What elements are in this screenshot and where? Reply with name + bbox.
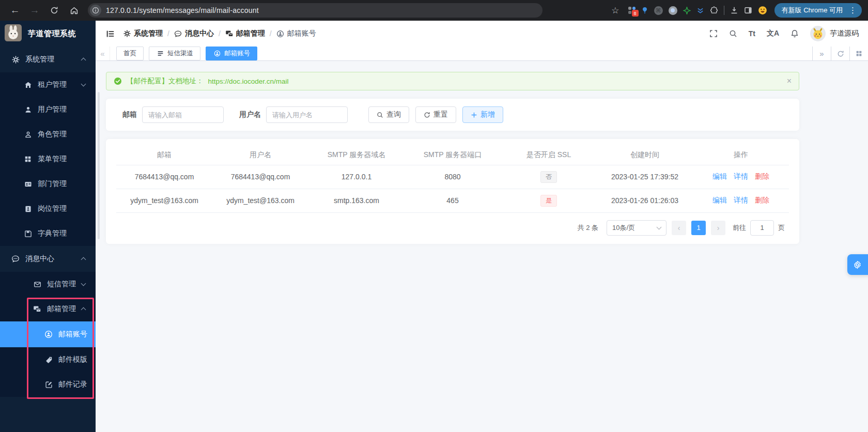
sidebar-item-dict[interactable]: 字典管理	[0, 221, 96, 246]
next-page-button[interactable]: ›	[711, 221, 725, 235]
detail-link[interactable]: 详情	[734, 172, 748, 180]
username-label: 芋道源码	[830, 29, 859, 38]
query-button[interactable]: 查询	[368, 106, 409, 123]
breadcrumb-item-system[interactable]: 系统管理	[123, 29, 163, 38]
page-size-select[interactable]: 10条/页	[607, 220, 667, 236]
font-size-icon[interactable]: Tt	[749, 29, 755, 38]
extension-blocks-icon[interactable]: 8	[628, 7, 636, 14]
sidebar-item-mail-log[interactable]: 邮件记录	[0, 372, 96, 397]
logo-row[interactable]: 芋道管理系统	[0, 21, 96, 47]
comment-icon	[174, 30, 182, 38]
add-button[interactable]: 新增	[462, 106, 503, 123]
sidebar-item-mail-account[interactable]: 邮箱账号	[0, 321, 96, 347]
extension-chevrons-icon[interactable]	[696, 7, 704, 14]
extension-balloon-icon[interactable]	[641, 7, 648, 14]
browser-menu-icon[interactable]: ⋮	[847, 6, 859, 15]
sidebar-item-menu[interactable]: 菜单管理	[0, 147, 96, 172]
tab-sms-channel[interactable]: 短信渠道	[149, 47, 200, 60]
col-header-created: 创建时间	[597, 145, 693, 165]
goto-page-input[interactable]	[750, 220, 774, 236]
chevron-down-icon	[657, 224, 662, 229]
screen: ← → 127.0.0.1/system/messages/mail/mail-…	[0, 0, 868, 432]
add-button-label: 新增	[481, 110, 495, 119]
cell-email: ydym_test@163.com	[116, 189, 212, 212]
scrollbar-thumb[interactable]	[98, 92, 100, 239]
user-menu[interactable]: 芋道源码	[810, 26, 859, 41]
extensions-puzzle-icon[interactable]	[710, 6, 718, 14]
sidebar-item-tenant[interactable]: 租户管理	[0, 72, 96, 97]
chrome-update-button[interactable]: 有新版 Chrome 可用 ⋮	[774, 3, 862, 18]
page-content: 【邮件配置】文档地址： https://doc.iocoder.cn/mail …	[96, 61, 868, 432]
bookmark-star-icon[interactable]: ☆	[611, 5, 619, 16]
tags-scroll-left-icon[interactable]: «	[96, 47, 110, 60]
chevron-down-icon	[81, 82, 86, 87]
email-input[interactable]	[142, 106, 224, 123]
breadcrumb-item-message[interactable]: 消息中心	[174, 29, 214, 38]
address-bar[interactable]: 127.0.0.1/system/messages/mail/mail-acco…	[88, 3, 542, 18]
extension-circle-icon[interactable]	[669, 6, 677, 15]
cell-actions: 编辑 详情 删除	[693, 165, 789, 189]
downloads-icon[interactable]	[730, 6, 738, 14]
breadcrumb-item-mail-management[interactable]: 邮箱管理	[225, 29, 265, 38]
edit-link[interactable]: 编辑	[712, 172, 727, 180]
fullscreen-icon[interactable]	[709, 29, 718, 38]
sidebar-item-sms[interactable]: 短信管理	[0, 272, 96, 297]
delete-link[interactable]: 删除	[755, 172, 769, 180]
edit-link[interactable]: 编辑	[712, 196, 727, 204]
username-input[interactable]	[266, 106, 348, 123]
sidebar-item-system[interactable]: 系统管理	[0, 47, 96, 72]
browser-refresh-icon[interactable]	[47, 3, 62, 18]
cell-smtp-port: 8080	[405, 165, 501, 189]
extension-badge: 8	[632, 10, 639, 17]
tab-label: 首页	[123, 49, 136, 58]
browser-home-icon[interactable]	[66, 3, 82, 18]
extension-star-icon[interactable]	[683, 7, 691, 14]
main-area: 系统管理 / 消息中心 / 邮箱管理	[96, 21, 868, 432]
tab-home[interactable]: 首页	[116, 47, 144, 60]
cell-smtp-host: smtp.163.com	[308, 189, 405, 212]
bell-icon[interactable]	[791, 29, 799, 38]
cell-email: 7684413@qq.com	[116, 165, 212, 189]
success-check-icon	[114, 77, 122, 85]
pagination-total: 共 2 条	[578, 223, 598, 233]
prev-page-button[interactable]: ‹	[672, 221, 686, 235]
profile-emoji-icon[interactable]	[758, 6, 767, 15]
site-info-icon[interactable]	[90, 5, 101, 16]
browser-back-icon[interactable]: ←	[7, 3, 23, 18]
sidebar-item-post[interactable]: 岗位管理	[0, 196, 96, 221]
layout-grid-icon[interactable]	[849, 47, 868, 60]
cell-actions: 编辑 详情 删除	[693, 189, 789, 212]
sidebar-item-dept[interactable]: 部门管理	[0, 172, 96, 196]
mail-account-icon	[213, 50, 221, 57]
menu-fold-icon[interactable]	[106, 29, 115, 38]
language-icon[interactable]: 文A	[767, 29, 779, 38]
sidebar-item-mail-management[interactable]: 邮箱管理	[0, 297, 96, 321]
gear-icon	[853, 260, 862, 269]
sidebar-item-mail-template[interactable]: 邮件模版	[0, 347, 96, 372]
sidebar-item-message-center[interactable]: 消息中心	[0, 246, 96, 272]
side-panel-icon[interactable]	[744, 6, 752, 14]
browser-forward-icon[interactable]: →	[27, 3, 42, 18]
sidebar-item-role[interactable]: 角色管理	[0, 122, 96, 147]
tags-refresh-icon[interactable]	[831, 47, 849, 60]
detail-link[interactable]: 详情	[734, 196, 748, 204]
settings-drawer-button[interactable]	[847, 254, 868, 275]
message-submenu: 短信管理 邮箱管理 邮箱账号	[0, 272, 96, 397]
app-window: 芋道管理系统 系统管理 租户管理	[0, 21, 868, 432]
extension-cmd-icon[interactable]: ⌘	[654, 6, 663, 15]
sidebar: 芋道管理系统 系统管理 租户管理	[0, 21, 96, 432]
alert-doc-link[interactable]: https://doc.iocoder.cn/mail	[208, 78, 289, 85]
tab-mail-account[interactable]: 邮箱账号	[206, 47, 257, 60]
cell-ssl: 是	[501, 189, 597, 212]
table-row[interactable]: 7684413@qq.com 7684413@qq.com 127.0.0.1 …	[116, 165, 789, 189]
delete-link[interactable]: 删除	[755, 196, 769, 204]
reset-button[interactable]: 重置	[415, 106, 456, 123]
tags-scroll-right-icon[interactable]: »	[812, 47, 831, 60]
browser-toolbar: ← → 127.0.0.1/system/messages/mail/mail-…	[0, 0, 868, 21]
page-1-button[interactable]: 1	[691, 221, 706, 235]
sidebar-item-user[interactable]: 用户管理	[0, 97, 96, 122]
close-icon[interactable]: ×	[787, 76, 792, 86]
search-icon[interactable]	[729, 29, 737, 38]
table-row[interactable]: ydym_test@163.com ydym_test@163.com smtp…	[116, 189, 789, 212]
url-text: 127.0.0.1/system/messages/mail/mail-acco…	[106, 6, 259, 14]
